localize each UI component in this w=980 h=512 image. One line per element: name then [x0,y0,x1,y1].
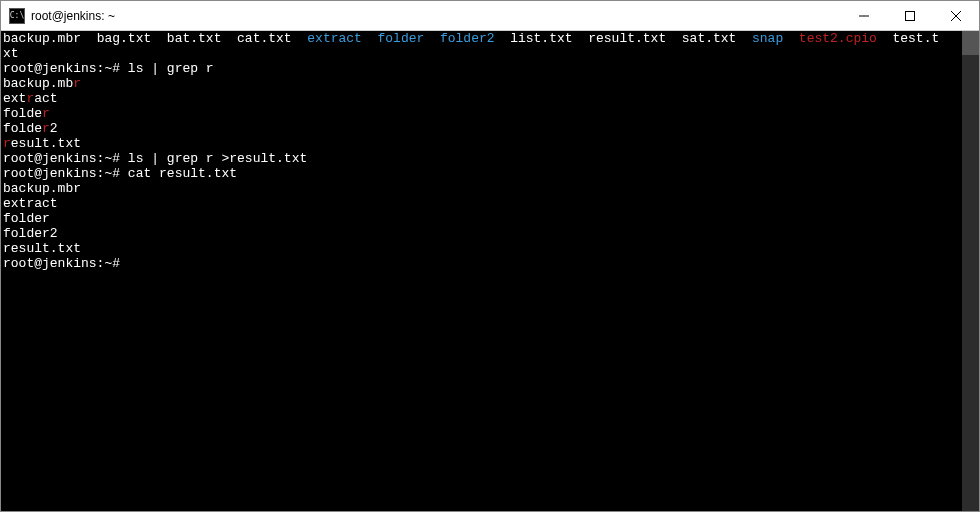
scrollbar[interactable] [962,31,979,511]
ls-entry: list.txt [510,31,572,46]
ls-entry: bat.txt [167,31,222,46]
terminal-line: extract [3,196,960,211]
terminal-line: folder2 [3,226,960,241]
terminal-line: root@jenkins:~# cat result.txt [3,166,960,181]
close-button[interactable] [933,1,979,31]
terminal-line: folder [3,106,960,121]
terminal-line: folder2 [3,121,960,136]
terminal-line: result.txt [3,136,960,151]
terminal-line: root@jenkins:~# ls | grep r >result.txt [3,151,960,166]
ls-entry: sat.txt [682,31,737,46]
command: ls | grep r >result.txt [128,151,307,166]
console-window: C:\ root@jenkins: ~ backup.mbr bag.txt b… [0,0,980,512]
cat-line: result.txt [3,241,81,256]
cmd-icon: C:\ [9,8,25,24]
grep-match: r [42,121,50,136]
terminal-line: result.txt [3,241,960,256]
svg-rect-1 [906,11,915,20]
prompt: root@jenkins:~# [3,166,128,181]
grep-pre: folde [3,121,42,136]
cat-line: extract [3,196,58,211]
grep-post: act [34,91,57,106]
ls-entry: cat.txt [237,31,292,46]
ls-entry: bag.txt [97,31,152,46]
cat-line: folder [3,211,50,226]
terminal-line: extract [3,91,960,106]
grep-match: r [3,136,11,151]
command: cat result.txt [128,166,237,181]
prompt: root@jenkins:~# [3,151,128,166]
terminal-line: folder [3,211,960,226]
ls-entry: folder [378,31,425,46]
terminal-line: root@jenkins:~# [3,256,960,271]
terminal-line: backup.mbr [3,181,960,196]
terminal-line: backup.mbr bag.txt bat.txt cat.txt extra… [3,31,960,46]
grep-pre: folde [3,106,42,121]
prompt: root@jenkins:~# [3,256,128,271]
ls-entry: result.txt [588,31,666,46]
prompt: root@jenkins:~# [3,61,128,76]
scrollbar-thumb[interactable] [962,31,979,55]
terminal-line: backup.mbr [3,76,960,91]
grep-match: r [73,76,81,91]
cat-line: backup.mbr [3,181,81,196]
ls-entry: test.t [892,31,939,46]
ls-entry: extract [307,31,362,46]
titlebar[interactable]: C:\ root@jenkins: ~ [1,1,979,31]
terminal-area: backup.mbr bag.txt bat.txt cat.txt extra… [1,31,979,511]
window-title: root@jenkins: ~ [31,9,115,23]
ls-entry-wrap: xt [3,46,19,61]
terminal-line: xt [3,46,960,61]
minimize-button[interactable] [841,1,887,31]
ls-entry: test2.cpio [799,31,877,46]
ls-entry: folder2 [440,31,495,46]
grep-match: r [42,106,50,121]
grep-post: 2 [50,121,58,136]
command: ls | grep r [128,61,214,76]
grep-pre: backup.mb [3,76,73,91]
cat-line: folder2 [3,226,58,241]
grep-pre: ext [3,91,26,106]
ls-entry: backup.mbr [3,31,81,46]
maximize-button[interactable] [887,1,933,31]
ls-entry: snap [752,31,783,46]
terminal-output[interactable]: backup.mbr bag.txt bat.txt cat.txt extra… [1,31,962,511]
grep-post: esult.txt [11,136,81,151]
terminal-line: root@jenkins:~# ls | grep r [3,61,960,76]
